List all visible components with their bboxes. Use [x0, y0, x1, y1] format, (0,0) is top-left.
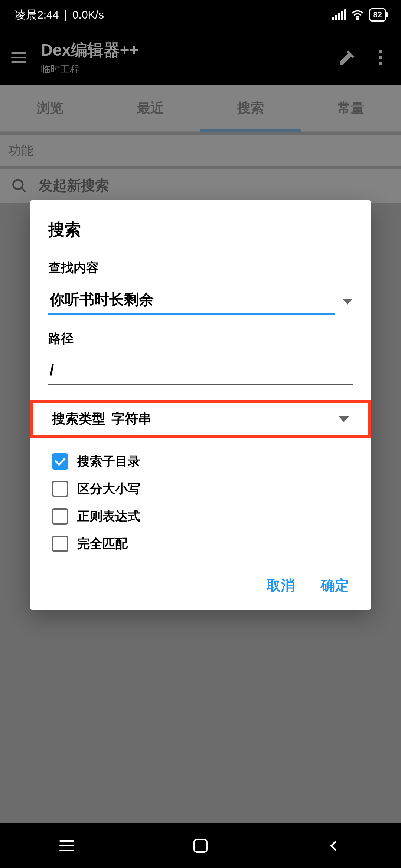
wifi-icon [351, 10, 364, 20]
dialog-title: 搜索 [48, 219, 353, 241]
option-sub-dirs-label: 搜索子目录 [77, 453, 140, 470]
checkbox-whole-match[interactable] [52, 536, 68, 552]
battery-icon: 82 [369, 8, 386, 22]
nav-home-icon[interactable] [189, 835, 212, 857]
menu-icon[interactable] [7, 49, 30, 66]
status-netspeed: 0.0K/s [72, 9, 104, 21]
checkbox-regex[interactable] [52, 508, 68, 525]
option-sub-dirs[interactable]: 搜索子目录 [48, 448, 353, 475]
search-dialog: 搜索 查找内容 路径 搜索类型 字符串 搜索子目录 区分大小写 [30, 200, 371, 610]
signal-icon [332, 9, 346, 20]
option-case-sensitive[interactable]: 区分大小写 [48, 475, 353, 503]
status-time: 凌晨2:44 [15, 7, 59, 23]
app-bar: Dex编辑器++ 临时工程 [0, 30, 401, 85]
overflow-menu-icon[interactable] [368, 45, 394, 70]
option-regex[interactable]: 正则表达式 [48, 503, 353, 530]
search-type-caret-icon [339, 416, 349, 422]
svg-point-0 [356, 18, 358, 20]
cancel-button[interactable]: 取消 [267, 576, 295, 595]
path-input[interactable] [48, 358, 353, 385]
option-whole-match-label: 完全匹配 [77, 535, 128, 552]
search-type-label: 搜索类型 [52, 410, 105, 428]
nav-back-icon[interactable] [323, 835, 345, 857]
navigation-bar [0, 823, 401, 868]
search-type-selector[interactable]: 搜索类型 字符串 [30, 400, 371, 438]
path-label: 路径 [48, 330, 353, 347]
query-label: 查找内容 [48, 259, 353, 276]
query-input[interactable] [48, 287, 335, 315]
option-regex-label: 正则表达式 [77, 508, 140, 525]
option-whole-match[interactable]: 完全匹配 [48, 530, 353, 558]
build-icon[interactable] [334, 45, 360, 70]
checkbox-case-sensitive[interactable] [52, 481, 68, 497]
option-case-sensitive-label: 区分大小写 [77, 480, 140, 497]
status-bar: 凌晨2:44 | 0.0K/s 82 [0, 0, 401, 30]
nav-recent-icon[interactable] [56, 835, 78, 857]
app-title: Dex编辑器++ [41, 39, 334, 61]
confirm-button[interactable]: 确定 [321, 576, 349, 595]
search-type-value: 字符串 [111, 410, 151, 428]
app-subtitle: 临时工程 [41, 63, 334, 76]
query-dropdown-icon[interactable] [342, 299, 353, 305]
checkbox-sub-dirs[interactable] [52, 453, 68, 470]
